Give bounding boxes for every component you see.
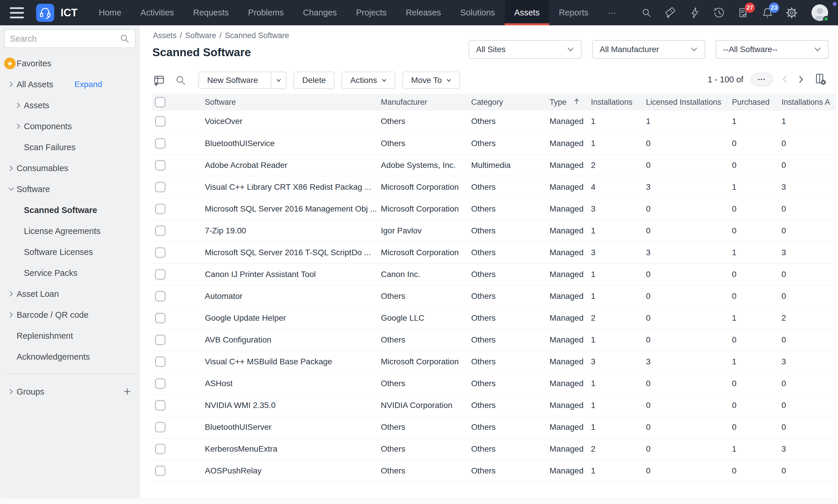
header-manufacturer[interactable]: Manufacturer bbox=[381, 94, 471, 111]
nav-item[interactable]: Home bbox=[89, 0, 131, 25]
site-filter-dropdown[interactable]: All Sites bbox=[468, 40, 582, 59]
sidebar-item[interactable]: ★ Acknowledgements bbox=[0, 346, 140, 367]
sidebar-item[interactable]: ★ Components bbox=[0, 116, 140, 137]
cell-software-name[interactable]: KerberosMenuExtra bbox=[205, 438, 381, 460]
next-page-icon[interactable] bbox=[797, 75, 805, 84]
row-checkbox[interactable] bbox=[155, 335, 166, 345]
cell-software-name[interactable]: ASHost bbox=[205, 373, 381, 394]
table-row[interactable]: Visual C++ MSBuild Base Package Microsof… bbox=[152, 350, 836, 373]
table-row[interactable]: BluetoothUIService Others Others Managed… bbox=[152, 132, 836, 154]
cell-software-name[interactable]: Microsoft SQL Server 2016 Management Obj… bbox=[205, 198, 381, 220]
cell-software-name[interactable]: AVB Configuration bbox=[205, 329, 381, 350]
header-licensed-installations[interactable]: Licensed Installations bbox=[646, 94, 732, 111]
breadcrumb-assets[interactable]: Assets bbox=[153, 31, 176, 40]
pagination-count-button[interactable]: ••• bbox=[751, 73, 773, 86]
row-checkbox[interactable] bbox=[155, 291, 166, 302]
quick-actions-icon[interactable] bbox=[688, 6, 702, 19]
header-purchased[interactable]: Purchased bbox=[732, 94, 782, 111]
row-checkbox[interactable] bbox=[155, 116, 166, 127]
cell-software-name[interactable]: 7-Zip 19.00 bbox=[205, 220, 381, 241]
row-checkbox[interactable] bbox=[155, 160, 166, 170]
table-row[interactable]: Canon IJ Printer Assistant Tool Canon In… bbox=[152, 263, 836, 285]
table-row[interactable]: ASHost Others Others Managed 1 0 0 0 bbox=[152, 373, 836, 394]
row-checkbox[interactable] bbox=[155, 357, 166, 367]
sidebar-item[interactable]: ★ Replenishment bbox=[0, 325, 140, 346]
row-checkbox[interactable] bbox=[155, 226, 166, 236]
hamburger-menu-icon[interactable] bbox=[10, 7, 24, 18]
nav-item[interactable]: Assets bbox=[504, 0, 549, 25]
nav-item[interactable]: Problems bbox=[238, 0, 293, 25]
table-row[interactable]: KerberosMenuExtra Others Others Managed … bbox=[152, 438, 836, 460]
row-checkbox[interactable] bbox=[155, 422, 166, 432]
sidebar-search[interactable] bbox=[4, 30, 136, 48]
user-avatar[interactable] bbox=[811, 4, 828, 21]
add-group-button[interactable]: + bbox=[123, 385, 131, 399]
sidebar-item[interactable]: ★ All Assets Expand bbox=[0, 74, 140, 95]
row-checkbox[interactable] bbox=[155, 247, 166, 258]
header-installations[interactable]: Installations bbox=[591, 94, 646, 111]
sidebar-item[interactable]: ★ Scan Failures bbox=[0, 137, 140, 158]
table-row[interactable]: VoiceOver Others Others Managed 1 1 1 1 bbox=[152, 111, 836, 132]
row-checkbox[interactable] bbox=[155, 400, 166, 411]
row-checkbox[interactable] bbox=[155, 204, 166, 214]
expand-link[interactable]: Expand bbox=[74, 80, 102, 89]
cell-software-name[interactable]: Microsoft SQL Server 2016 T-SQL ScriptDo… bbox=[205, 241, 381, 263]
sidebar-item[interactable]: ★ Barcode / QR code bbox=[0, 304, 140, 325]
cell-software-name[interactable]: NVIDIA WMI 2.35.0 bbox=[205, 394, 381, 416]
header-type[interactable]: Type bbox=[549, 94, 591, 111]
history-icon[interactable] bbox=[713, 6, 726, 19]
sidebar-item[interactable]: ★ Software Licenses bbox=[0, 241, 140, 263]
row-checkbox[interactable] bbox=[155, 466, 166, 476]
nav-item[interactable]: Requests bbox=[184, 0, 239, 25]
cell-software-name[interactable]: BluetoothUIService bbox=[205, 132, 381, 154]
sidebar-item[interactable]: ★ Favorites bbox=[0, 53, 140, 74]
table-row[interactable]: NVIDIA WMI 2.35.0 NVIDIA Corporation Oth… bbox=[152, 394, 836, 416]
cell-software-name[interactable]: Adobe Acrobat Reader bbox=[205, 154, 381, 176]
cell-software-name[interactable]: Visual C++ Library CRT X86 Redist Packag… bbox=[205, 176, 381, 198]
row-checkbox[interactable] bbox=[155, 313, 166, 323]
table-row[interactable]: Google Update Helper Google LLC Others M… bbox=[152, 307, 836, 329]
nav-item[interactable]: Changes bbox=[293, 0, 346, 25]
cell-software-name[interactable]: BluetoothUIServer bbox=[205, 416, 381, 438]
settings-gear-icon[interactable] bbox=[785, 6, 798, 19]
cell-software-name[interactable]: Google Update Helper bbox=[205, 307, 381, 329]
sidebar-item[interactable]: ★ Groups + bbox=[0, 381, 140, 402]
table-row[interactable]: Adobe Acrobat Reader Adobe Systems, Inc.… bbox=[152, 154, 836, 176]
sidebar-item[interactable]: ★ Service Packs bbox=[0, 263, 140, 284]
actions-button[interactable]: Actions bbox=[342, 72, 395, 89]
breadcrumb-software[interactable]: Software bbox=[185, 31, 217, 40]
column-chooser-icon[interactable] bbox=[814, 73, 827, 86]
sidebar-item[interactable]: ★ Asset Loan bbox=[0, 284, 140, 304]
row-checkbox[interactable] bbox=[155, 378, 166, 389]
notifications-bell-icon[interactable]: 23 bbox=[761, 6, 774, 19]
select-all-checkbox[interactable] bbox=[155, 97, 166, 107]
nav-item[interactable]: Reports bbox=[549, 0, 598, 25]
cell-software-name[interactable]: Canon IJ Printer Assistant Tool bbox=[205, 263, 381, 285]
nav-item[interactable]: Activities bbox=[131, 0, 183, 25]
manufacturer-filter-dropdown[interactable]: All Manufacturer bbox=[592, 40, 705, 59]
sidebar-item[interactable]: ★ Consumables bbox=[0, 158, 140, 179]
sidebar-item[interactable]: ★ Assets bbox=[0, 95, 140, 116]
nav-item[interactable]: Releases bbox=[396, 0, 451, 25]
row-checkbox[interactable] bbox=[155, 182, 166, 192]
row-checkbox[interactable] bbox=[155, 138, 166, 149]
previous-page-icon[interactable] bbox=[780, 75, 789, 84]
horizontal-scrollbar-track[interactable] bbox=[0, 498, 838, 504]
table-row[interactable]: 7-Zip 19.00 Igor Pavlov Others Managed 1… bbox=[152, 220, 836, 241]
nav-item[interactable]: ··· bbox=[598, 0, 626, 25]
cell-software-name[interactable]: Visual C++ MSBuild Base Package bbox=[205, 350, 381, 373]
table-search-icon[interactable] bbox=[174, 74, 187, 87]
sidebar-item[interactable]: ★ License Agreements bbox=[0, 220, 140, 241]
nav-item[interactable]: Solutions bbox=[451, 0, 504, 25]
cell-software-name[interactable]: AOSPushRelay bbox=[205, 460, 381, 482]
table-row[interactable]: AOSPushRelay Others Others Managed 1 0 0… bbox=[152, 460, 836, 482]
add-ticket-icon[interactable] bbox=[664, 6, 678, 19]
search-icon[interactable] bbox=[640, 6, 653, 19]
custom-view-table-icon[interactable] bbox=[152, 74, 166, 87]
row-checkbox[interactable] bbox=[155, 269, 166, 280]
approvals-icon[interactable]: 27 bbox=[737, 6, 750, 19]
table-row[interactable]: BluetoothUIServer Others Others Managed … bbox=[152, 416, 836, 438]
new-software-button[interactable]: New Software bbox=[199, 72, 287, 89]
cell-software-name[interactable]: VoiceOver bbox=[205, 111, 381, 132]
nav-item[interactable]: Projects bbox=[346, 0, 396, 25]
